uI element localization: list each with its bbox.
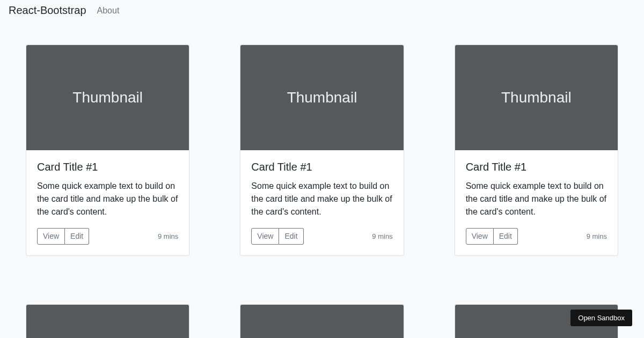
- card-body: Card Title #1 Some quick example text to…: [240, 150, 403, 255]
- carousel-caption: Nulla vitae elit libero, a pharetra augu…: [250, 23, 394, 30]
- thumbnail-placeholder: Thumbnail: [240, 45, 403, 150]
- thumbnail-placeholder: Thumbnail: [26, 45, 189, 150]
- time-label: 9 mins: [587, 232, 607, 240]
- card-title: Card Title #1: [37, 161, 178, 173]
- thumbnail-placeholder: Thumbnail: [26, 305, 189, 338]
- card: Thumbnail Card Title #1 Some quick examp…: [455, 45, 618, 256]
- time-label: 9 mins: [372, 232, 392, 240]
- card-title: Card Title #1: [466, 161, 607, 173]
- view-button[interactable]: View: [466, 228, 494, 245]
- carousel: ‹ Nulla vitae elit libero, a pharetra au…: [0, 21, 644, 37]
- card-footer: View Edit 9 mins: [37, 228, 178, 245]
- card-text: Some quick example text to build on the …: [37, 180, 178, 218]
- card-title: Card Title #1: [251, 161, 392, 173]
- card: Thumbnail Card Title #1 Some quick examp…: [240, 45, 404, 256]
- view-button[interactable]: View: [37, 228, 65, 245]
- navbar-brand[interactable]: React-Bootstrap: [9, 4, 86, 17]
- nav-link-about[interactable]: About: [97, 6, 120, 16]
- edit-button[interactable]: Edit: [494, 228, 518, 245]
- button-group: View Edit: [466, 228, 518, 245]
- button-group: View Edit: [251, 228, 303, 245]
- card-footer: View Edit 9 mins: [251, 228, 392, 245]
- view-button[interactable]: View: [251, 228, 279, 245]
- card-text: Some quick example text to build on the …: [251, 180, 392, 218]
- card: Thumbnail Card Title #1 Some quick examp…: [26, 304, 189, 338]
- card-grid: Thumbnail Card Title #1 Some quick examp…: [0, 45, 644, 338]
- thumbnail-placeholder: Thumbnail: [455, 45, 618, 150]
- edit-button[interactable]: Edit: [279, 228, 303, 245]
- card-text: Some quick example text to build on the …: [466, 180, 607, 218]
- card: Thumbnail Card Title #1 Some quick examp…: [26, 45, 189, 256]
- edit-button[interactable]: Edit: [65, 228, 89, 245]
- button-group: View Edit: [37, 228, 89, 245]
- navbar: React-Bootstrap About: [0, 0, 644, 21]
- carousel-prev-icon[interactable]: ‹: [43, 22, 47, 36]
- card-footer: View Edit 9 mins: [466, 228, 607, 245]
- card: Thumbnail Card Title #1 Some quick examp…: [240, 304, 404, 338]
- open-sandbox-button[interactable]: Open Sandbox: [570, 310, 632, 326]
- card-body: Card Title #1 Some quick example text to…: [26, 150, 189, 255]
- thumbnail-placeholder: Thumbnail: [240, 305, 403, 338]
- time-label: 9 mins: [158, 232, 178, 240]
- carousel-next-icon[interactable]: ›: [598, 22, 602, 36]
- card-body: Card Title #1 Some quick example text to…: [455, 150, 618, 255]
